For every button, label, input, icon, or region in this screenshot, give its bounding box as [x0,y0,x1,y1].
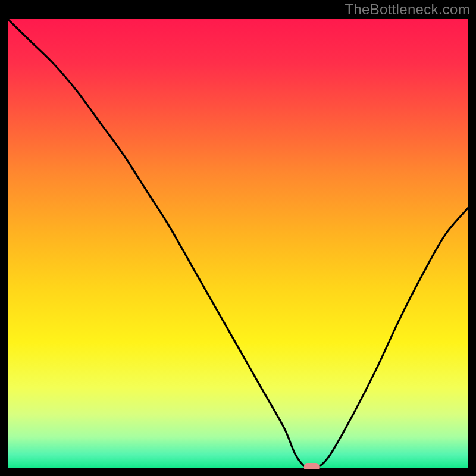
watermark-text: TheBottleneck.com [345,1,470,18]
chart-frame: TheBottleneck.com [0,0,476,476]
chart-svg [0,0,476,476]
plot-background-gradient [8,19,468,468]
